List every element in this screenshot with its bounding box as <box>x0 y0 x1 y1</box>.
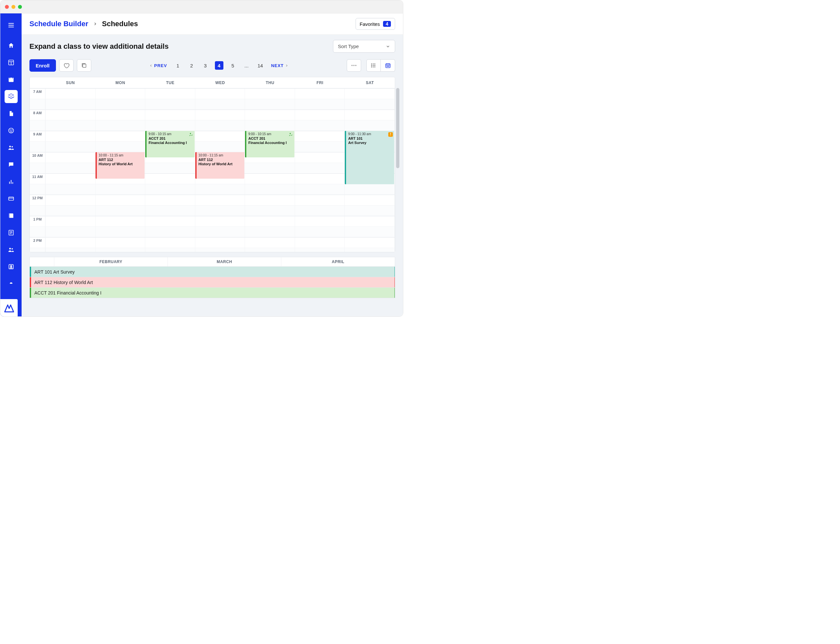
svg-point-12 <box>9 146 11 147</box>
minimize-window-icon[interactable] <box>11 5 15 9</box>
schedule-builder-icon[interactable] <box>5 90 18 103</box>
svg-point-29 <box>352 65 353 66</box>
svg-point-9 <box>8 128 13 133</box>
more-icon[interactable] <box>5 277 18 290</box>
favorites-button[interactable]: Favorites 4 <box>356 18 395 30</box>
pager-page-14[interactable]: 14 <box>256 61 265 70</box>
pager-page-4[interactable]: 4 <box>215 61 223 70</box>
term-course-bar: ART 101 Art Survey <box>30 267 395 277</box>
favorite-heart-button[interactable] <box>59 59 74 72</box>
day-header: SAT <box>345 77 395 88</box>
chevron-right-icon <box>93 21 97 26</box>
svg-point-31 <box>355 65 356 66</box>
book-icon[interactable] <box>5 209 18 222</box>
chevron-down-icon <box>386 44 390 49</box>
svg-point-46 <box>289 133 291 134</box>
home-icon[interactable] <box>5 39 18 52</box>
form-icon[interactable] <box>5 226 18 239</box>
svg-rect-28 <box>82 64 86 67</box>
day-header: SUN <box>46 77 95 88</box>
svg-rect-8 <box>12 77 13 79</box>
pager-page-1[interactable]: 1 <box>174 61 182 70</box>
term-month-header: APRIL <box>281 257 395 266</box>
list-view-button[interactable] <box>366 59 381 72</box>
calendar-event[interactable]: 9:00 - 10:15 amACCT 201Financial Account… <box>145 131 195 158</box>
svg-point-36 <box>371 65 372 66</box>
term-timeline: FEBRUARYMARCHAPRIL ART 101 Art SurveyART… <box>30 257 395 298</box>
term-course-bar: ACCT 201 Financial Accounting I <box>30 288 395 298</box>
heart-icon <box>63 62 70 69</box>
svg-point-24 <box>9 248 11 249</box>
term-month-header: FEBRUARY <box>54 257 168 266</box>
topbar: Schedule Builder Schedules Favorites 4 <box>21 13 403 34</box>
svg-point-44 <box>389 66 389 67</box>
svg-point-27 <box>10 265 11 267</box>
analytics-icon[interactable] <box>5 175 18 188</box>
brand-logo <box>0 299 18 316</box>
pagination: PREV 12345...14 NEXT <box>95 61 343 70</box>
svg-point-42 <box>387 66 387 67</box>
pager-page-2[interactable]: 2 <box>187 61 196 70</box>
day-header: MON <box>95 77 146 88</box>
favorites-label: Favorites <box>360 21 380 27</box>
contact-card-icon[interactable] <box>5 260 18 273</box>
list-icon <box>371 62 376 68</box>
svg-point-30 <box>353 65 354 66</box>
calendar-event[interactable]: 9:00 - 11:30 amART 101Art Survey! <box>345 131 394 184</box>
week-calendar: SUNMONTUEWEDTHUFRISAT 7 AM8 AM9 AM10 AM1… <box>30 77 395 252</box>
pager-page-...: ... <box>243 61 251 70</box>
term-row[interactable]: ACCT 201 Financial Accounting I <box>30 288 395 298</box>
warning-icon: ! <box>388 132 393 137</box>
day-header: FRI <box>295 77 345 88</box>
chat-icon[interactable] <box>5 158 18 171</box>
pager-page-3[interactable]: 3 <box>201 61 210 70</box>
dashboard-icon[interactable] <box>5 56 18 69</box>
calendar-view-icon <box>385 62 391 68</box>
enroll-button[interactable]: Enroll <box>30 59 56 72</box>
smile-icon[interactable] <box>5 124 18 137</box>
people-icon[interactable] <box>5 141 18 154</box>
calendar-scrollbar[interactable] <box>396 88 399 168</box>
day-header: THU <box>245 77 295 88</box>
maximize-window-icon[interactable] <box>18 5 22 9</box>
documents-icon[interactable] <box>5 107 18 120</box>
groups-icon[interactable] <box>5 243 18 256</box>
more-options-button[interactable] <box>347 59 361 72</box>
person-check-icon <box>289 132 293 137</box>
svg-point-35 <box>371 64 372 64</box>
breadcrumb-parent[interactable]: Schedule Builder <box>30 20 88 28</box>
payment-icon[interactable] <box>5 192 18 205</box>
breadcrumb-current: Schedules <box>102 20 138 28</box>
page-subtitle: Expand a class to view additional detail… <box>30 42 169 51</box>
calendar-event[interactable]: 10:00 - 11:15 amART 112History of World … <box>95 152 145 179</box>
svg-point-25 <box>11 248 13 249</box>
calendar-event[interactable]: 9:00 - 10:15 amACCT 201Financial Account… <box>245 131 294 158</box>
save-stack-button[interactable] <box>77 59 91 72</box>
svg-rect-7 <box>10 77 10 79</box>
calendar-view-button[interactable] <box>381 59 395 72</box>
close-window-icon[interactable] <box>5 5 9 9</box>
term-row[interactable]: ART 112 History of World Art <box>30 277 395 288</box>
person-check-icon <box>189 132 193 137</box>
svg-rect-19 <box>9 214 10 218</box>
menu-toggle[interactable] <box>5 19 18 32</box>
svg-point-45 <box>190 133 191 134</box>
svg-point-43 <box>387 66 388 67</box>
pager-next[interactable]: NEXT <box>269 61 291 70</box>
day-header: WED <box>195 77 245 88</box>
calendar-event[interactable]: 10:00 - 11:15 amART 112History of World … <box>195 152 244 179</box>
term-row[interactable]: ART 101 Art Survey <box>30 267 395 277</box>
svg-point-37 <box>371 67 372 67</box>
svg-rect-17 <box>8 197 13 200</box>
term-month-header: MARCH <box>168 257 281 266</box>
stack-icon <box>81 62 87 69</box>
ellipsis-icon <box>351 62 357 69</box>
pager-prev[interactable]: PREV <box>147 61 169 70</box>
svg-rect-6 <box>8 77 13 82</box>
window-titlebar <box>0 0 403 13</box>
favorites-count: 4 <box>383 21 391 27</box>
term-course-bar: ART 112 History of World Art <box>30 277 395 288</box>
calendar-icon[interactable] <box>5 73 18 86</box>
sort-type-select[interactable]: Sort Type <box>333 40 395 53</box>
pager-page-5[interactable]: 5 <box>229 61 237 70</box>
